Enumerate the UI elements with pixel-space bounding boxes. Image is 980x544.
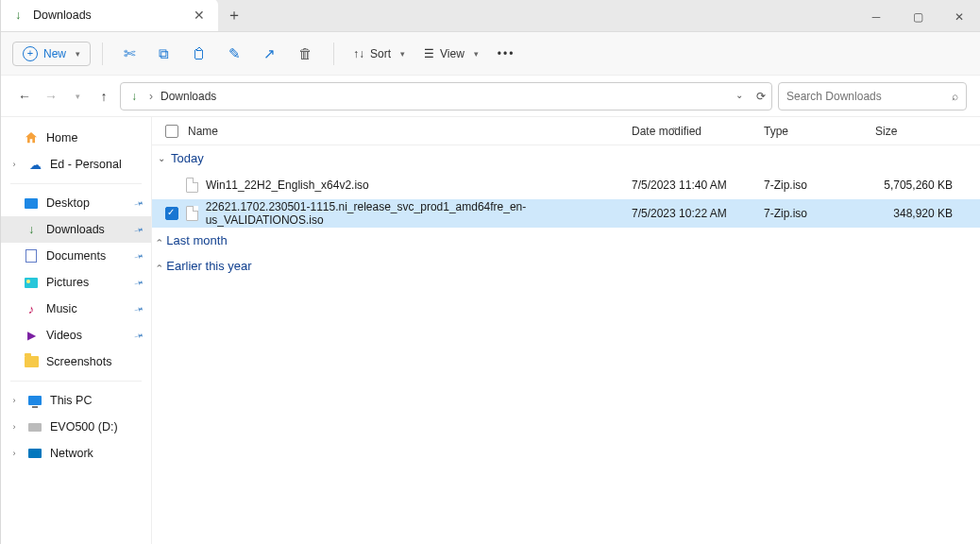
file-list: Name ⌄ Date modified Type Size ⌄ Today W…	[152, 117, 980, 544]
rename-button[interactable]: ✎	[219, 42, 250, 66]
download-arrow-icon: ↓	[10, 8, 25, 23]
file-type: 7-Zip.iso	[764, 207, 875, 220]
sidebar-item-screenshots[interactable]: Screenshots	[1, 348, 151, 375]
sidebar-label: Home	[46, 131, 77, 144]
sort-button[interactable]: ↑↓ Sort ▾	[346, 42, 413, 65]
group-lastmonth[interactable]: › Last month	[152, 228, 980, 253]
pin-icon: 📌︎	[132, 329, 145, 343]
close-tab-button[interactable]: ✕	[190, 8, 209, 23]
more-button[interactable]: •••	[490, 42, 523, 65]
file-icon	[186, 206, 198, 221]
sidebar-item-thispc[interactable]: › This PC	[1, 387, 151, 414]
separator	[333, 42, 334, 65]
close-window-button[interactable]: ✕	[938, 3, 980, 31]
col-name[interactable]: Name	[188, 125, 218, 138]
copy-icon: ⧉	[159, 45, 169, 61]
delete-button[interactable]: 🗑︎	[289, 42, 322, 65]
rename-icon: ✎	[228, 45, 241, 61]
group-earlier[interactable]: › Earlier this year	[152, 253, 980, 279]
back-button[interactable]: ←	[14, 89, 35, 104]
navigation-bar: ← → ▾ ↑ ↓ › Downloads ⌄ ⟳ ⌕	[1, 76, 980, 117]
sidebar: Home › ☁ Ed - Personal Desktop 📌︎ ↓ Down…	[1, 117, 152, 544]
refresh-button[interactable]: ⟳	[756, 90, 766, 103]
download-arrow-icon: ↓	[24, 222, 39, 237]
sidebar-item-music[interactable]: ♪ Music 📌︎	[1, 296, 151, 322]
file-size: 5,705,260 KB	[875, 178, 970, 192]
sidebar-item-desktop[interactable]: Desktop 📌︎	[1, 190, 151, 216]
sidebar-label: Desktop	[46, 196, 90, 210]
file-date: 7/5/2023 10:22 AM	[632, 207, 764, 220]
search-input[interactable]	[786, 90, 944, 103]
chevron-right-icon: ›	[154, 239, 164, 242]
sort-icon: ↑↓	[353, 47, 364, 60]
cut-button[interactable]: ✄	[114, 42, 145, 66]
sidebar-item-documents[interactable]: Documents 📌︎	[1, 243, 151, 269]
sidebar-label: EVO500 (D:)	[50, 420, 118, 434]
address-bar[interactable]: ↓ › Downloads ⌄ ⟳	[120, 82, 772, 110]
sidebar-label: This PC	[50, 394, 92, 407]
select-all-checkbox[interactable]	[165, 125, 178, 138]
sidebar-label: Videos	[46, 329, 82, 342]
sidebar-item-videos[interactable]: ▶ Videos 📌︎	[1, 322, 151, 348]
col-type[interactable]: Type	[764, 125, 875, 138]
search-box[interactable]: ⌕	[778, 82, 967, 110]
expand-icon[interactable]: ›	[8, 396, 20, 405]
new-label: New	[43, 47, 66, 60]
group-today[interactable]: ⌄ Today	[152, 145, 980, 171]
address-dropdown[interactable]: ⌄	[735, 90, 743, 103]
maximize-button[interactable]: ▢	[897, 3, 938, 31]
sidebar-label: Screenshots	[46, 355, 111, 368]
sidebar-label: Music	[46, 302, 77, 315]
new-tab-button[interactable]: ＋	[218, 0, 250, 31]
tab-bar: ↓ Downloads ✕ ＋ ─ ▢ ✕	[1, 0, 980, 32]
sidebar-label: Documents	[46, 249, 106, 263]
col-date[interactable]: ⌄ Date modified	[632, 125, 764, 138]
sidebar-item-downloads[interactable]: ↓ Downloads 📌︎	[1, 216, 151, 243]
file-size: 348,920 KB	[875, 207, 970, 220]
file-date: 7/5/2023 11:40 AM	[632, 178, 764, 192]
sidebar-label: Network	[50, 447, 93, 460]
sidebar-item-network[interactable]: › Network	[1, 440, 151, 467]
recent-dropdown[interactable]: ▾	[67, 92, 88, 101]
pin-icon: 📌︎	[132, 249, 145, 264]
share-button[interactable]: ↗	[254, 42, 285, 66]
sidebar-item-home[interactable]: Home	[1, 125, 151, 151]
tab-downloads[interactable]: ↓ Downloads ✕	[1, 0, 218, 31]
document-icon	[24, 248, 39, 264]
sidebar-item-pictures[interactable]: Pictures 📌︎	[1, 269, 151, 296]
chevron-down-icon: ⌄	[158, 153, 165, 163]
pc-icon	[27, 393, 42, 408]
new-button[interactable]: + New ▾	[12, 42, 91, 66]
pictures-icon	[24, 275, 39, 290]
tab-title: Downloads	[33, 8, 92, 22]
sidebar-item-drive[interactable]: › EVO500 (D:)	[1, 414, 151, 440]
expand-icon[interactable]: ›	[8, 422, 20, 432]
sidebar-label: Downloads	[46, 223, 105, 236]
up-button[interactable]: ↑	[93, 89, 114, 104]
col-size[interactable]: Size	[875, 125, 970, 138]
sort-label: Sort	[370, 47, 391, 60]
chevron-down-icon: ▾	[76, 49, 80, 59]
row-checkbox[interactable]	[165, 207, 178, 220]
window-controls: ─ ▢ ✕	[855, 3, 980, 31]
expand-icon[interactable]: ›	[8, 160, 20, 169]
paste-button[interactable]: 📋︎	[182, 42, 215, 65]
minimize-button[interactable]: ─	[855, 3, 897, 31]
separator	[102, 42, 103, 65]
view-button[interactable]: ☰ View ▾	[416, 42, 486, 65]
sidebar-label: Ed - Personal	[50, 158, 122, 171]
copy-button[interactable]: ⧉	[149, 42, 178, 66]
network-icon	[27, 446, 42, 461]
pin-icon: 📌︎	[132, 196, 145, 211]
expand-icon[interactable]: ›	[8, 449, 20, 458]
address-location: Downloads	[161, 90, 216, 103]
forward-button[interactable]: →	[41, 89, 61, 104]
file-row[interactable]: Win11_22H2_English_x64v2.iso 7/5/2023 11…	[152, 171, 980, 199]
file-type: 7-Zip.iso	[764, 178, 875, 192]
pin-icon: 📌︎	[132, 276, 145, 290]
pin-icon: 📌︎	[132, 302, 145, 316]
file-row[interactable]: 22621.1702.230501-1115.ni_release_svc_pr…	[152, 199, 980, 228]
file-name: Win11_22H2_English_x64v2.iso	[206, 178, 369, 192]
sidebar-item-onedrive[interactable]: › ☁ Ed - Personal	[1, 151, 151, 178]
music-icon: ♪	[24, 301, 39, 316]
